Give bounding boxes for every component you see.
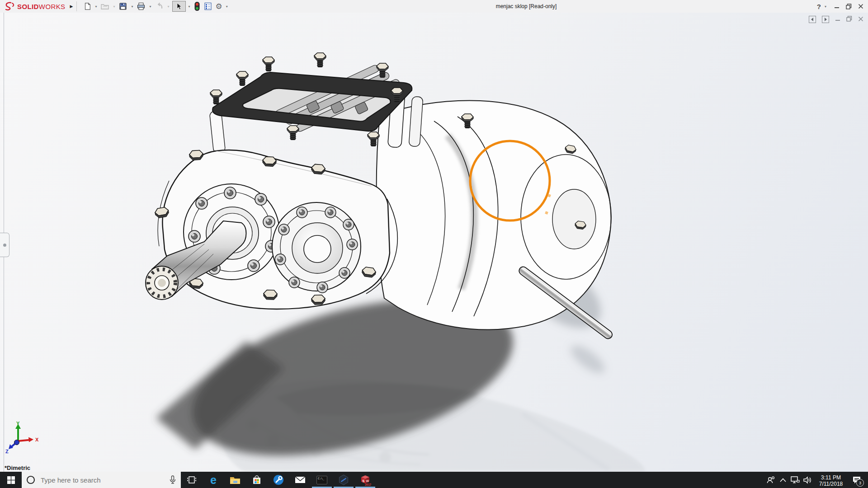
restore-button[interactable] xyxy=(846,4,852,9)
mail-button[interactable] xyxy=(289,472,311,488)
new-document-icon xyxy=(83,2,91,11)
clock-time: 3:11 PM xyxy=(813,474,849,481)
select-dropdown[interactable]: ▾ xyxy=(187,5,192,9)
microphone-icon[interactable] xyxy=(169,475,176,484)
print-dropdown[interactable]: ▾ xyxy=(148,5,152,9)
cortana-icon xyxy=(26,475,35,484)
command-prompt-icon: C:\_ xyxy=(316,476,327,484)
notification-badge: 3 xyxy=(856,479,864,487)
list-properties-icon xyxy=(203,2,212,11)
command-prompt-button[interactable]: C:\_ xyxy=(311,472,333,488)
solidworks-logo-icon xyxy=(5,2,15,11)
people-button[interactable] xyxy=(764,472,777,488)
action-center-button[interactable]: 3 xyxy=(849,472,865,488)
flyout-arrow-icon[interactable]: ▶ xyxy=(70,4,73,9)
undo-icon xyxy=(155,2,164,11)
save-icon xyxy=(118,2,127,11)
taskbar-apps: e xyxy=(181,472,376,488)
gearbox-3d-model xyxy=(0,13,868,472)
triad-y-label: Y xyxy=(16,421,20,426)
people-icon xyxy=(766,476,775,484)
triad-x-label: X xyxy=(35,437,39,442)
folder-icon xyxy=(230,476,241,484)
orientation-triad: Y X Z xyxy=(3,421,44,455)
clock-date: 7/11/2018 xyxy=(813,481,849,487)
help-dropdown[interactable]: ▾ xyxy=(823,5,828,9)
gear-icon: ⚙ xyxy=(216,3,222,10)
sw-cube-w: W xyxy=(366,479,369,483)
solidworks-2017-button[interactable]: S W 2017 xyxy=(354,472,376,488)
display-settings-button[interactable] xyxy=(203,1,213,12)
speaker-icon xyxy=(803,476,812,484)
hexagon-app-icon xyxy=(338,474,349,485)
taskbar-clock[interactable]: 3:11 PM 7/11/2018 xyxy=(813,473,849,487)
document-title: menjac sklop [Read-only] xyxy=(496,0,557,13)
windows-taskbar: e xyxy=(0,472,868,488)
restore-icon xyxy=(846,4,852,9)
graphics-area[interactable]: Y X Z *Dimetric xyxy=(0,13,868,472)
task-view-button[interactable] xyxy=(181,472,203,488)
print-icon xyxy=(137,2,146,11)
close-button[interactable] xyxy=(858,4,863,9)
tools-app-button[interactable] xyxy=(268,472,289,488)
volume-button[interactable] xyxy=(801,472,813,488)
solidworks-2017-icon: S W 2017 xyxy=(359,474,371,486)
edge-button[interactable]: e xyxy=(203,472,224,488)
view-orientation-label: *Dimetric xyxy=(5,465,30,471)
save-dropdown[interactable]: ▾ xyxy=(130,5,134,9)
triad-z-label: Z xyxy=(5,449,9,454)
system-tray: 3:11 PM 7/11/2018 3 xyxy=(764,472,868,488)
toolbar-separator xyxy=(76,1,77,11)
task-view-icon xyxy=(187,476,196,484)
print-button[interactable] xyxy=(136,1,146,12)
minimize-icon xyxy=(834,4,840,9)
sw-cube-s: S xyxy=(363,479,365,483)
rebuild-stoplight-button[interactable] xyxy=(193,1,201,12)
wrench-circle-icon xyxy=(273,474,284,485)
mail-icon xyxy=(295,476,306,484)
solidworks-window: SOLIDWORKS ▶ ▾ ▾ xyxy=(0,0,868,488)
select-cursor-icon xyxy=(176,3,182,10)
sw-year: 2017 xyxy=(365,483,371,486)
windows-logo-icon xyxy=(7,476,15,484)
undo-dropdown[interactable]: ▾ xyxy=(166,5,171,9)
start-button[interactable] xyxy=(0,472,22,488)
edge-icon: e xyxy=(210,474,217,486)
options-dropdown[interactable]: ▾ xyxy=(225,5,229,9)
title-bar: SOLIDWORKS ▶ ▾ ▾ xyxy=(0,0,868,13)
open-folder-icon xyxy=(100,2,109,11)
open-dropdown[interactable]: ▾ xyxy=(112,5,116,9)
hexagon-app-button[interactable] xyxy=(333,472,354,488)
network-button[interactable] xyxy=(789,472,801,488)
taskbar-search[interactable] xyxy=(22,472,181,488)
new-document-button[interactable] xyxy=(82,1,92,12)
quick-toolbar: ▾ ▾ ▾ xyxy=(82,1,229,12)
options-button[interactable]: ⚙ xyxy=(215,1,223,12)
close-icon xyxy=(858,4,863,9)
network-icon xyxy=(790,476,800,484)
new-dropdown[interactable]: ▾ xyxy=(94,5,98,9)
select-tool-button[interactable] xyxy=(172,1,186,12)
search-input[interactable] xyxy=(40,476,165,484)
file-explorer-button[interactable] xyxy=(224,472,246,488)
hidden-icons-button[interactable] xyxy=(777,472,789,488)
help-button[interactable]: ? xyxy=(817,3,821,10)
chevron-up-icon xyxy=(780,478,786,482)
brand-text: SOLIDWORKS xyxy=(17,3,66,10)
window-controls: ? ▾ xyxy=(817,0,863,13)
store-button[interactable] xyxy=(246,472,268,488)
minimize-button[interactable] xyxy=(834,4,840,9)
store-icon xyxy=(252,475,262,485)
solidworks-logo: SOLIDWORKS xyxy=(0,2,66,11)
save-button[interactable] xyxy=(118,1,128,12)
stoplight-icon xyxy=(194,1,200,11)
undo-button[interactable] xyxy=(154,1,165,12)
open-button[interactable] xyxy=(99,1,110,12)
